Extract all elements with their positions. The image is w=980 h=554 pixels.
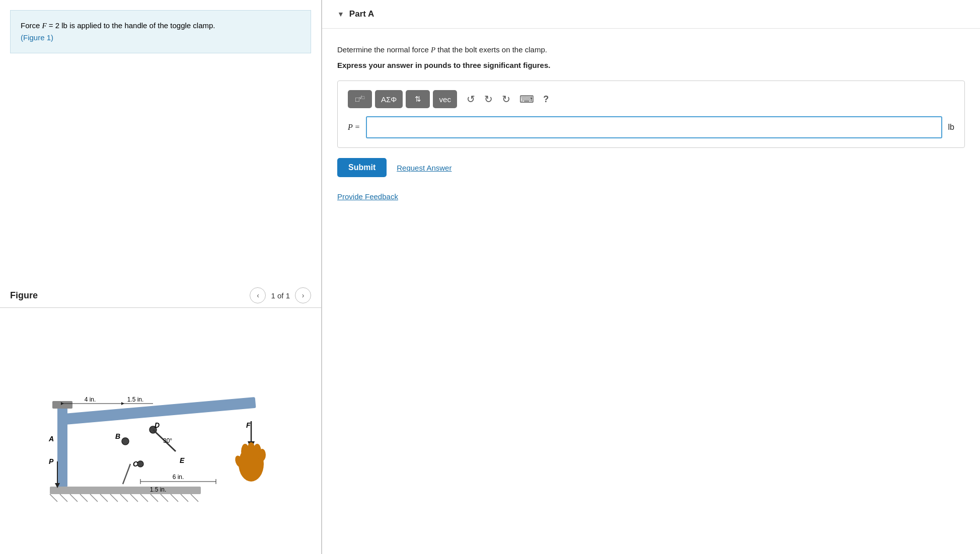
keyboard-icon: ⌨ (519, 93, 534, 105)
bold-instruction: Express your answer in pounds to three s… (337, 61, 965, 69)
svg-rect-0 (50, 487, 201, 494)
svg-text:B: B (115, 432, 120, 440)
svg-line-14 (181, 494, 188, 502)
undo-icon: ↺ (467, 93, 475, 105)
svg-point-23 (137, 461, 143, 467)
next-icon: › (302, 291, 305, 299)
svg-text:A: A (48, 435, 54, 443)
svg-line-12 (161, 494, 168, 502)
figure-nav: ‹ 1 of 1 › (250, 287, 311, 303)
matrix-button[interactable]: □√□ (348, 90, 372, 108)
svg-text:P: P (49, 457, 54, 465)
right-panel: ▼ Part A Determine the normal force P th… (322, 0, 980, 554)
svg-line-15 (191, 494, 198, 502)
part-label: Part A (349, 9, 374, 19)
submit-button[interactable]: Submit (337, 158, 387, 177)
svg-point-20 (122, 438, 129, 445)
undo-button[interactable]: ↺ (464, 91, 478, 107)
svg-line-7 (110, 494, 118, 502)
part-chevron: ▼ (337, 10, 344, 18)
refresh-icon: ↺ (502, 93, 510, 105)
svg-line-4 (80, 494, 88, 502)
part-content: Determine the normal force P that the bo… (322, 29, 980, 211)
svg-line-8 (120, 494, 128, 502)
greek-icon: ΑΣΦ (381, 95, 397, 104)
svg-text:30°: 30° (163, 437, 172, 444)
provide-feedback-link[interactable]: Provide Feedback (337, 192, 398, 201)
question-text: Determine the normal force P that the bo… (337, 44, 965, 56)
figure-header: Figure ‹ 1 of 1 › (0, 279, 321, 308)
svg-line-10 (140, 494, 148, 502)
greek-button[interactable]: ΑΣΦ (375, 90, 403, 108)
input-row: P = lb (348, 116, 954, 138)
part-header: ▼ Part A (322, 0, 980, 29)
answer-input[interactable] (366, 116, 942, 138)
figure-link[interactable]: (Figure 1) (21, 33, 53, 42)
p-label: P = (348, 123, 360, 132)
svg-text:C: C (133, 460, 138, 468)
toolbar: □√□ ΑΣΦ ⇅ vec ↺ ↻ ↺ (348, 90, 954, 108)
problem-statement: Force F = 2 lb is applied to the handle … (10, 10, 311, 53)
svg-text:D: D (155, 421, 160, 429)
svg-text:6 in.: 6 in. (173, 473, 184, 481)
svg-text:E: E (180, 456, 185, 464)
updown-button[interactable]: ⇅ (406, 90, 430, 108)
svg-line-2 (60, 494, 67, 502)
svg-text:1.5 in.: 1.5 in. (127, 396, 144, 403)
keyboard-button[interactable]: ⌨ (516, 91, 537, 107)
vec-button[interactable]: vec (433, 90, 457, 108)
problem-text-1: Force (21, 21, 42, 30)
answer-box: □√□ ΑΣΦ ⇅ vec ↺ ↻ ↺ (337, 81, 965, 148)
redo-button[interactable]: ↻ (481, 91, 496, 107)
svg-line-1 (50, 494, 57, 502)
problem-var-F: F (42, 22, 47, 30)
page-indicator: 1 of 1 (271, 291, 290, 300)
matrix-icon: □√□ (355, 95, 364, 103)
problem-text-2: = 2 lb is applied to the handle of the t… (47, 21, 215, 30)
svg-text:F: F (246, 421, 251, 429)
figure-area: 4 in. 1.5 in. 6 in. 1.5 in. 30° A B C D … (0, 308, 321, 554)
help-icon: ? (543, 94, 549, 105)
svg-line-13 (171, 494, 178, 502)
updown-icon: ⇅ (415, 95, 421, 104)
next-figure-button[interactable]: › (295, 287, 311, 303)
prev-figure-button[interactable]: ‹ (250, 287, 266, 303)
svg-text:4 in.: 4 in. (85, 396, 96, 403)
refresh-button[interactable]: ↺ (499, 91, 513, 107)
redo-icon: ↻ (484, 93, 493, 105)
figure-label: Figure (10, 290, 38, 301)
svg-line-18 (123, 464, 130, 484)
left-panel: Force F = 2 lb is applied to the handle … (0, 0, 322, 554)
svg-line-5 (90, 494, 98, 502)
help-button[interactable]: ? (540, 92, 552, 107)
request-answer-link[interactable]: Request Answer (397, 164, 451, 172)
svg-line-11 (150, 494, 158, 502)
vec-icon: vec (439, 95, 451, 104)
action-row: Submit Request Answer (337, 158, 965, 177)
svg-line-6 (100, 494, 108, 502)
svg-rect-17 (52, 401, 72, 409)
figure-diagram: 4 in. 1.5 in. 6 in. 1.5 in. 30° A B C D … (30, 351, 291, 512)
svg-text:1.5 in.: 1.5 in. (150, 486, 167, 493)
unit-label: lb (948, 123, 954, 132)
svg-line-3 (70, 494, 78, 502)
prev-icon: ‹ (257, 291, 259, 299)
svg-line-9 (130, 494, 138, 502)
svg-point-30 (259, 449, 266, 461)
